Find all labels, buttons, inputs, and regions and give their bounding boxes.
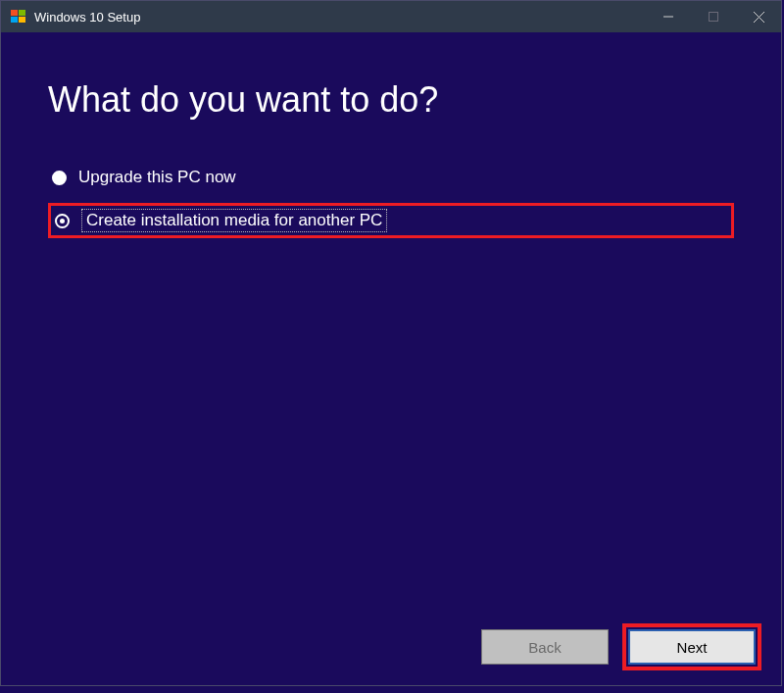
setup-window: Windows 10 Setup What do you want to do?… <box>0 0 782 686</box>
content-area: What do you want to do? Upgrade this PC … <box>1 32 781 609</box>
svg-rect-0 <box>11 10 18 16</box>
option-label: Upgrade this PC now <box>78 168 236 187</box>
back-button: Back <box>481 629 609 665</box>
svg-rect-2 <box>11 17 18 23</box>
option-upgrade[interactable]: Upgrade this PC now <box>52 160 734 195</box>
window-title: Windows 10 Setup <box>34 10 140 25</box>
minimize-button[interactable] <box>646 1 691 32</box>
radio-icon <box>52 171 67 185</box>
option-create-media[interactable]: Create installation media for another PC <box>48 203 734 238</box>
minimize-icon <box>663 12 673 22</box>
app-icon <box>11 9 26 25</box>
window-controls <box>646 1 781 32</box>
next-button-highlight: Next <box>622 623 761 670</box>
svg-rect-1 <box>19 10 25 16</box>
svg-rect-3 <box>19 17 25 23</box>
footer: Back Next <box>1 609 781 685</box>
maximize-button <box>691 1 736 32</box>
close-button[interactable] <box>736 1 781 32</box>
maximize-icon <box>709 12 718 22</box>
options-group: Upgrade this PC now Create installation … <box>52 160 734 238</box>
svg-rect-5 <box>710 13 718 22</box>
next-button-label: Next <box>677 639 708 656</box>
titlebar: Windows 10 Setup <box>1 1 781 32</box>
page-heading: What do you want to do? <box>48 79 734 121</box>
back-button-label: Back <box>528 639 561 656</box>
option-label: Create installation media for another PC <box>81 209 387 232</box>
next-button[interactable]: Next <box>628 629 756 665</box>
radio-icon <box>55 214 70 228</box>
close-icon <box>754 12 764 23</box>
